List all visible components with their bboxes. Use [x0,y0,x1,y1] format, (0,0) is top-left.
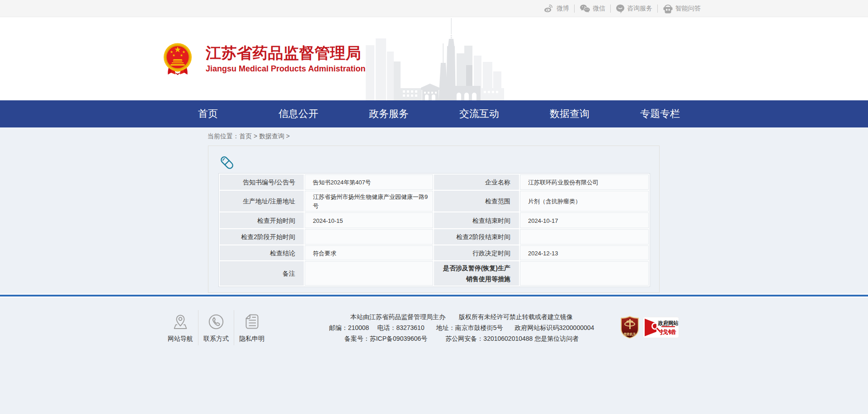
svg-text:政府网站: 政府网站 [658,320,679,326]
svg-text:党政机关: 党政机关 [623,332,636,336]
svg-text:找错: 找错 [660,329,676,335]
